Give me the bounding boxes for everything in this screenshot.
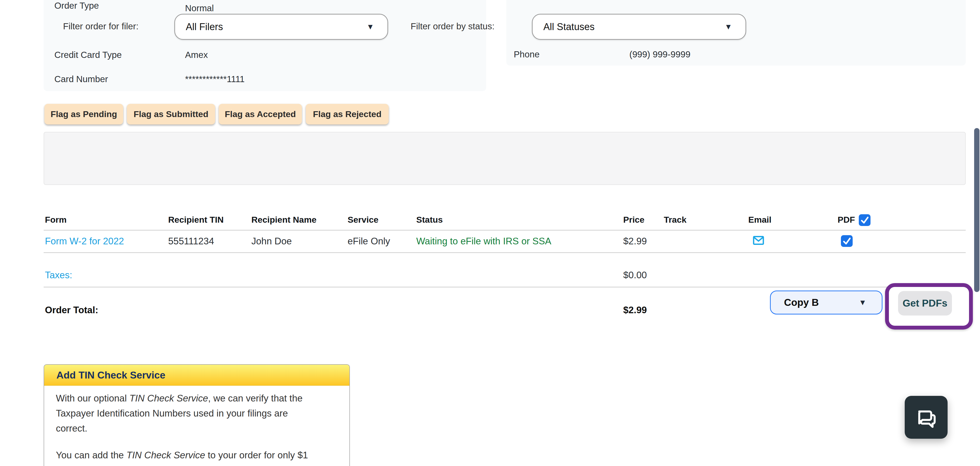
divider <box>44 287 966 287</box>
check-icon <box>842 236 852 246</box>
vertical-scrollbar-thumb[interactable] <box>974 128 980 292</box>
tin-p2-pre: You can add the <box>56 450 126 460</box>
filter-status-label: Filter order by status: <box>410 21 495 32</box>
order-total-label: Order Total: <box>45 305 98 315</box>
form-link[interactable]: Form W-2 for 2022 <box>45 236 124 247</box>
col-header-track: Track <box>664 215 687 225</box>
recipient-tin-cell: 555111234 <box>168 236 214 247</box>
chat-button[interactable] <box>905 396 948 439</box>
price-cell: $2.99 <box>623 236 647 247</box>
tin-check-banner-body: With our optional TIN Check Service, we … <box>44 386 321 466</box>
recipient-name-cell: John Doe <box>251 236 292 247</box>
service-cell: eFile Only <box>348 236 390 247</box>
phone-value: (999) 999-9999 <box>629 49 690 59</box>
chevron-down-icon: ▼ <box>724 22 732 31</box>
status-select-value: All Statuses <box>533 21 595 32</box>
tin-p1-italic: TIN Check Service <box>129 393 208 404</box>
col-header-status: Status <box>416 215 443 225</box>
copy-type-select[interactable]: Copy B ▼ <box>770 290 883 314</box>
chevron-down-icon: ▼ <box>859 298 866 307</box>
chat-bubbles-icon <box>913 404 939 431</box>
tin-paragraph-1: With our optional TIN Check Service, we … <box>56 391 309 436</box>
col-header-service: Service <box>348 215 379 225</box>
filter-filer-label: Filter order for filer: <box>63 21 138 32</box>
order-type-value: Normal <box>185 3 214 13</box>
col-header-recipient-name: Recipient Name <box>251 215 317 225</box>
tin-check-banner: Add TIN Check Service With our optional … <box>44 364 350 466</box>
tin-check-banner-title: Add TIN Check Service <box>44 369 165 381</box>
divider <box>44 230 966 231</box>
col-header-recipient-tin: Recipient TIN <box>168 215 224 225</box>
flag-as-submitted-button[interactable]: Flag as Submitted <box>127 104 215 124</box>
flag-as-accepted-button[interactable]: Flag as Accepted <box>219 104 302 124</box>
flag-as-rejected-button[interactable]: Flag as Rejected <box>306 104 389 124</box>
order-type-label: Order Type <box>54 0 99 11</box>
status-cell: Waiting to eFile with IRS or SSA <box>416 236 551 247</box>
taxes-value: $0.00 <box>623 270 647 281</box>
chevron-down-icon: ▼ <box>366 22 374 31</box>
tin-p2-italic: TIN Check Service <box>126 450 205 460</box>
col-header-form: Form <box>45 215 67 225</box>
credit-card-type-label: Credit Card Type <box>54 50 122 60</box>
filer-select[interactable]: All Filers ▼ <box>174 14 388 40</box>
order-total-value: $2.99 <box>623 305 647 315</box>
envelope-icon[interactable] <box>753 236 764 246</box>
order-details-page: Order Type Normal Credit Card Type Amex … <box>0 0 980 466</box>
card-number-value: ************1111 <box>185 74 245 84</box>
col-header-email: Email <box>748 215 772 225</box>
tin-check-banner-header: Add TIN Check Service <box>44 365 349 386</box>
get-pdfs-button[interactable]: Get PDFs <box>898 291 952 315</box>
card-number-label: Card Number <box>54 74 108 84</box>
credit-card-type-value: Amex <box>185 50 208 60</box>
filer-select-value: All Filers <box>175 21 223 32</box>
col-header-price: Price <box>623 215 644 225</box>
tin-p1-pre: With our optional <box>56 393 129 404</box>
divider <box>44 252 966 253</box>
taxes-link[interactable]: Taxes: <box>45 270 72 281</box>
col-header-pdf: PDF <box>838 215 855 225</box>
phone-label: Phone <box>514 49 539 59</box>
copy-type-select-value: Copy B <box>771 297 819 308</box>
filter-panel <box>44 132 966 185</box>
pdf-row-checkbox[interactable] <box>841 235 853 247</box>
pdf-select-all-checkbox[interactable] <box>859 214 870 226</box>
check-icon <box>860 215 870 225</box>
flag-as-pending-button[interactable]: Flag as Pending <box>45 104 123 124</box>
status-select[interactable]: All Statuses ▼ <box>532 14 746 40</box>
tin-paragraph-2: You can add the TIN Check Service to you… <box>56 448 309 466</box>
